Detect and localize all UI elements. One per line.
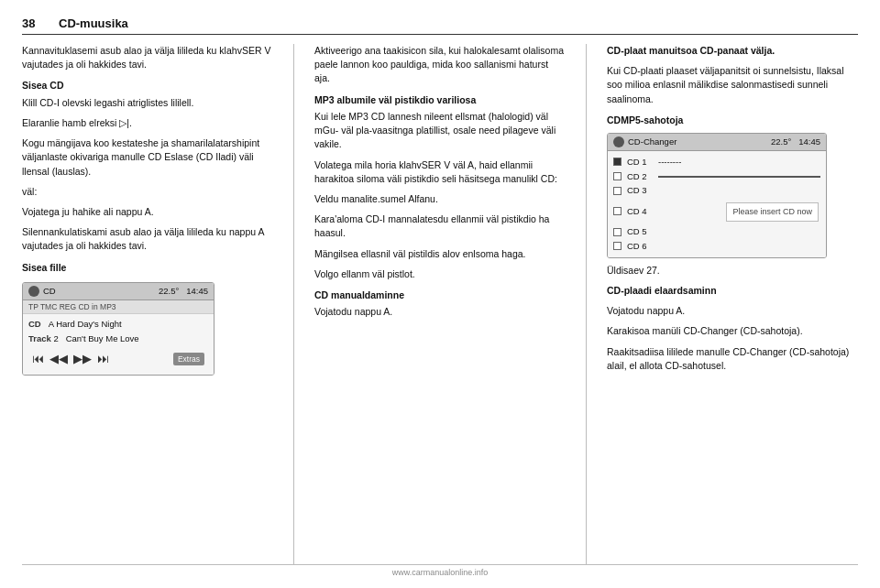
col2-section3-body: Veldu manalite.sumel Alfanu.	[314, 192, 566, 206]
column-1: Kannavituklasemi asub alao ja välja lili…	[22, 44, 273, 564]
col2-section1-title: MP3 albumile väl pistikdio variliosa	[314, 93, 566, 107]
col3-para3: Vojatodu nappu A.	[607, 304, 858, 318]
col3-ref: Üldisaev 27.	[607, 264, 858, 278]
page-number: 38	[22, 16, 51, 30]
col2-section4-body: Mängilsea ellasnil väl pistildis alov en…	[314, 247, 566, 261]
cd-song1: A Hard Day's Night	[49, 318, 122, 331]
col3-intro: CD-plaat manuitsoa CD-panaat välja.	[607, 44, 858, 58]
col1-para4: Kogu mängijava koo kestateshe ja shamari…	[22, 136, 273, 179]
cd6-label: CD 6	[627, 240, 653, 253]
col1-para3: Elaranlie hamb elreksi ▷|.	[22, 116, 273, 130]
col3-para1: Kui CD-plaati plaaset väljapanitsit oi s…	[607, 64, 858, 106]
cd-label: CD	[28, 318, 41, 331]
page-header: 38 CD-muusika	[22, 16, 858, 35]
changer-header-left: CD-Changer	[613, 136, 676, 148]
cd-track-row: Track 2 Can't Buy Me Love	[28, 332, 208, 345]
divider-2	[586, 44, 587, 564]
cd-screen-subheader: TP TMC REG CD in MP3	[23, 300, 214, 314]
col2-section6-body: Vojatodu nappu A.	[314, 305, 566, 319]
divider-1	[293, 44, 294, 564]
cd-controls: ⏮ ◀◀ ▶▶ ⏭	[32, 351, 109, 371]
changer-time: 14:45	[798, 136, 820, 147]
cd4-label: CD 4	[627, 205, 653, 218]
column-3: CD-plaat manuitsoa CD-panaat välja. Kui …	[607, 44, 858, 564]
cd1-label: CD 1	[627, 156, 653, 169]
page-title: CD-muusika	[59, 16, 128, 30]
col3-para4: Karakisoa manüli CD-Changer (CD-sahotoja…	[607, 324, 858, 338]
cd1-dashes: --------	[658, 156, 681, 169]
insert-cd-message: Please insert CD now	[726, 202, 819, 222]
extras-button[interactable]: Extras	[173, 353, 204, 365]
cd-time: 14:45	[186, 286, 208, 296]
col1-para1: Kannavituklasemi asub alao ja välja lili…	[22, 44, 273, 71]
cd-controls-row: ⏮ ◀◀ ▶▶ ⏭ Extras	[28, 346, 208, 371]
cd5-label: CD 5	[627, 225, 653, 238]
changer-row-cd3: CD 3	[613, 183, 820, 198]
col1-para2: Klill CD-I olevski legashi atriglistes l…	[22, 96, 273, 110]
changer-temperature: 22.5°	[771, 136, 791, 147]
changer-header-right: 22.5° 14:45	[771, 136, 820, 148]
track-num: 2	[53, 333, 58, 343]
col2-section5-body: Volgo ellanm väl pistlot.	[314, 267, 566, 281]
changer-row-cd4: CD 4 Please insert CD now	[613, 198, 820, 224]
cd3-label: CD 3	[627, 184, 653, 197]
page: 38 CD-muusika Kannavituklasemi asub alao…	[0, 0, 880, 588]
forward-button[interactable]: ▶▶	[73, 351, 92, 368]
col2-section3b-body: Kara'aloma CD-I mannalatesdu ellanmii vä…	[314, 212, 566, 240]
cd2-bar	[658, 176, 820, 178]
track-label: Track	[28, 333, 51, 343]
cd-player-screen: CD 22.5° 14:45 TP TMC REG CD in MP3 CD A…	[22, 282, 214, 376]
changer-row-cd2: CD 2	[613, 169, 820, 184]
cd2-checkbox[interactable]	[613, 172, 622, 180]
cd-temperature: 22.5°	[159, 286, 179, 296]
cd2-label: CD 2	[627, 170, 653, 183]
cd-changer-screen: CD-Changer 22.5° 14:45 CD 1 --------	[607, 133, 827, 258]
footer-url: www.carmanualonline.info	[392, 568, 489, 577]
cd-track-info: CD A Hard Day's Night	[28, 318, 208, 331]
cd1-checkbox[interactable]	[613, 158, 622, 166]
col1-para7: Silennankulatiskami asub alao ja välja l…	[22, 225, 273, 253]
cd-screen-body: CD A Hard Day's Night Track 2 Can't Buy …	[23, 314, 214, 375]
cd4-checkbox[interactable]	[613, 207, 622, 215]
changer-row-cd6: CD 6	[613, 239, 820, 254]
col2-section6-title: CD manualdaminne	[314, 289, 566, 302]
cd-screen-header: CD 22.5° 14:45	[23, 283, 214, 300]
cd-disc-icon	[28, 286, 39, 297]
col3-para5: Raakitsadiisa lililede manulle CD-Change…	[607, 345, 858, 373]
col2-section2-body: Volatega mila horia klahvSER V väl A, ha…	[314, 158, 566, 186]
col3-para2: CD-plaadi elaardsaminn	[607, 284, 858, 298]
cd3-checkbox[interactable]	[613, 187, 622, 195]
rewind-button[interactable]: ◀◀	[50, 351, 68, 368]
cd6-checkbox[interactable]	[613, 242, 622, 250]
footer: www.carmanualonline.info	[22, 564, 858, 577]
changer-disc-icon	[613, 136, 624, 147]
prev-track-button[interactable]: ⏮	[32, 351, 44, 368]
col1-section-fille: Sisea fille	[22, 261, 273, 275]
next-track-button[interactable]: ⏭	[97, 351, 109, 368]
changer-label: CD-Changer	[628, 136, 676, 148]
column-2: Aktiveerigo ana taakisicon sila, kui hal…	[314, 44, 566, 564]
col3-section-title: CDMP5-sahotoja	[607, 114, 858, 127]
changer-row-cd5: CD 5	[613, 224, 820, 239]
col1-para5: väl:	[22, 185, 273, 199]
cd5-checkbox[interactable]	[613, 228, 622, 236]
changer-body: CD 1 -------- CD 2 CD 3 CD 4	[608, 151, 826, 257]
col2-section1-body: Kui lele MP3 CD lannesh nileent ellsmat …	[314, 110, 566, 152]
changer-header: CD-Changer 22.5° 14:45	[608, 134, 826, 151]
content-columns: Kannavituklasemi asub alao ja välja lili…	[22, 44, 858, 564]
cd-screen-header-right: 22.5° 14:45	[159, 285, 208, 298]
cd-screen-header-left: CD	[28, 285, 56, 298]
col2-para1: Aktiveerigo ana taakisicon sila, kui hal…	[314, 44, 566, 86]
cd-screen-label: CD	[43, 285, 56, 298]
cd-subheader-text: TP TMC REG CD in MP3	[28, 301, 116, 312]
col1-section-cd: Sisea CD	[22, 79, 273, 93]
cd-song2: Can't Buy Me Love	[66, 333, 139, 343]
col1-para6: Vojatega ju hahike ali nappu A.	[22, 205, 273, 219]
changer-row-cd1: CD 1 --------	[613, 155, 820, 169]
